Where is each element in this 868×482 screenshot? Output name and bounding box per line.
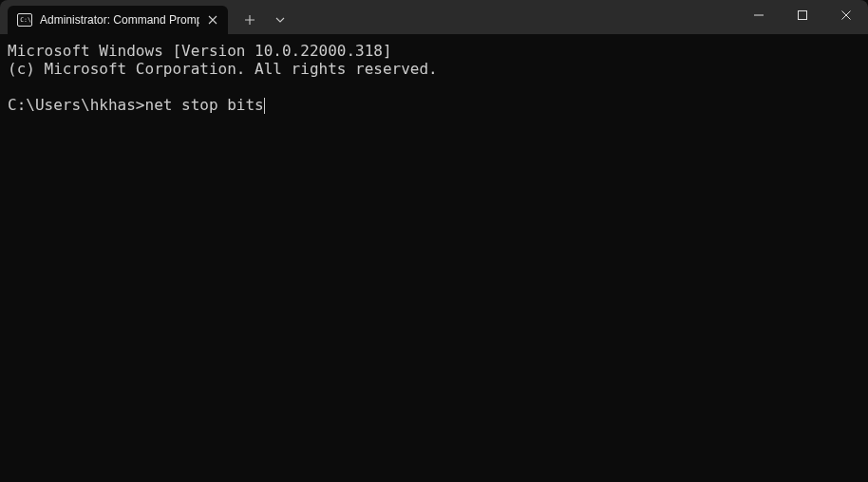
close-button[interactable] <box>824 0 868 30</box>
terminal-tab[interactable]: C:\ Administrator: Command Promp <box>8 6 228 34</box>
title-bar: C:\ Administrator: Command Promp <box>0 0 868 34</box>
banner-line-2: (c) Microsoft Corporation. All rights re… <box>8 60 860 78</box>
tab-actions <box>236 6 294 34</box>
tab-title: Administrator: Command Promp <box>40 13 199 27</box>
new-tab-button[interactable] <box>236 8 264 32</box>
terminal-body[interactable]: Microsoft Windows [Version 10.0.22000.31… <box>0 34 868 121</box>
text-cursor <box>264 98 266 114</box>
blank-line <box>8 78 860 96</box>
tab-dropdown-button[interactable] <box>266 8 294 32</box>
minimize-button[interactable] <box>737 0 781 30</box>
svg-text:C:\: C:\ <box>20 16 31 24</box>
prompt-line: C:\Users\hkhas>net stop bits <box>8 96 860 114</box>
banner-line-1: Microsoft Windows [Version 10.0.22000.31… <box>8 42 860 60</box>
window-controls <box>737 0 868 34</box>
titlebar-left: C:\ Administrator: Command Promp <box>0 0 294 34</box>
prompt-text: C:\Users\hkhas> <box>8 96 145 114</box>
command-text: net stop bits <box>145 96 264 114</box>
svg-rect-2 <box>799 11 807 20</box>
tab-close-button[interactable] <box>205 12 220 28</box>
maximize-button[interactable] <box>781 0 824 30</box>
cmd-icon: C:\ <box>17 12 32 28</box>
